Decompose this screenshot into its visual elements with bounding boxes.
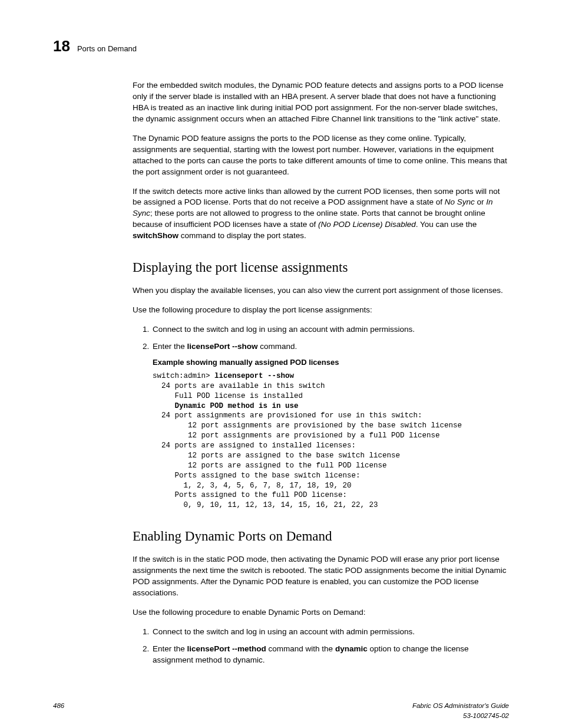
command-name: switchShow [133,231,178,240]
page-footer: 486 Fabric OS Administrator's Guide 53-1… [53,701,509,720]
code-line: 0, 9, 10, 11, 12, 13, 14, 15, 16, 21, 22… [153,501,378,509]
section-heading-enable: Enabling Dynamic Ports on Demand [133,527,509,546]
code-block: switch:admin> licenseport --show 24 port… [153,371,509,510]
state-label: No Sync [445,197,475,206]
paragraph: Use the following procedure to enable Dy… [133,607,509,618]
code-line: Dynamic POD method is in use [153,402,299,410]
code-line: 12 port assignments are provisioned by t… [153,421,462,430]
chapter-title: Ports on Demand [77,44,137,54]
paragraph: For the embedded switch modules, the Dyn… [133,80,509,125]
text: command to display the port states. [178,231,306,240]
list-item: Connect to the switch and log in using a… [151,324,509,335]
command-name: licensePort --show [187,342,258,351]
text: Enter the [153,342,187,351]
state-label: (No POD License) Disabled [318,220,416,229]
footer-doc-info: Fabric OS Administrator's Guide 53-10027… [412,701,509,720]
example-label: Example showing manually assigned POD li… [153,357,509,368]
code-line: 12 ports are assigned to the full POD li… [153,462,387,470]
text: command. [258,342,297,351]
page-number: 486 [53,701,64,720]
text: . You can use the [416,220,477,229]
code-line: Ports assigned to the full POD license: [153,491,347,499]
section-heading-display: Displaying the port license assignments [133,258,509,277]
code-line: 1, 2, 3, 4, 5, 6, 7, 8, 17, 18, 19, 20 [153,482,352,490]
paragraph: When you display the available licenses,… [133,285,509,297]
code-line: 12 port assignments are provisioned by a… [153,431,440,440]
code-line: 24 ports are assigned to installed licen… [153,442,356,450]
list-item: Enter the licensePort --show command. Ex… [151,341,509,510]
option-name: dynamic [335,644,368,653]
code-line: 24 ports are available in this switch [153,382,325,390]
paragraph: If the switch detects more active links … [133,186,509,242]
text: or [475,197,487,206]
main-content: For the embedded switch modules, the Dyn… [133,80,509,666]
procedure-list: Connect to the switch and log in using a… [133,324,509,510]
text: Enter the [153,644,187,653]
code-line: Ports assigned to the base switch licens… [153,472,361,480]
paragraph: Use the following procedure to display t… [133,305,509,316]
code-line: Full POD license is installed [153,392,303,400]
doc-title: Fabric OS Administrator's Guide [412,701,509,710]
paragraph: The Dynamic POD feature assigns the port… [133,133,509,178]
text: command with the [266,644,335,653]
code-line: 24 port assignments are provisioned for … [153,411,422,420]
doc-number: 53-1002745-02 [412,711,509,720]
list-item: Connect to the switch and log in using a… [151,627,509,638]
chapter-number: 18 [53,35,70,57]
command-name: licensePort --method [187,644,266,653]
page-header: 18 Ports on Demand [53,35,509,57]
paragraph: If the switch is in the static POD mode,… [133,554,509,599]
code-line: 12 ports are assigned to the base switch… [153,452,400,460]
list-item: Enter the licensePort --method command w… [151,644,509,666]
procedure-list: Connect to the switch and log in using a… [133,627,509,666]
code-prompt: switch:admin> [153,372,214,380]
code-command: licenseport --show [214,372,294,380]
